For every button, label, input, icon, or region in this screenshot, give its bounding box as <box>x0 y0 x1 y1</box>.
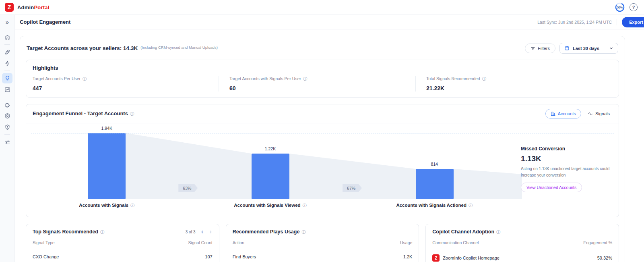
funnel-bar-value: 1.22K <box>252 146 288 151</box>
funnel-top-dashed-line <box>31 133 614 133</box>
chevron-down-icon <box>609 46 613 50</box>
signal-type: CXO Change <box>33 254 59 259</box>
funnel-stage-label: Accounts with Signals <box>50 203 163 208</box>
sidebar-item-security[interactable] <box>2 122 12 132</box>
metric-target-accounts-with-signals: Target Accounts with Signals Per User 60 <box>219 76 415 91</box>
filter-icon <box>530 46 535 51</box>
sidebar-divider <box>4 134 10 135</box>
metric-value: 21.22K <box>426 85 612 91</box>
funnel-stage-label: Accounts with Signals Viewed <box>214 203 326 208</box>
top-signals-card: Top Signals Recommended 3 of 3 Signal Ty… <box>26 224 219 262</box>
progress-ring-label: 50% <box>615 2 625 12</box>
summary-note: (Including CRM-synced and Manual Uploads… <box>140 45 218 50</box>
help-icon[interactable]: ? <box>630 3 638 11</box>
titlebar-divider <box>617 19 617 25</box>
sidebar-item-users[interactable] <box>2 110 12 121</box>
funnel-bar-value: 814 <box>416 162 452 166</box>
engagement-funnel-card: Engagement Funnel - Target Accounts Acco… <box>26 104 619 217</box>
funnel-title: Engagement Funnel - Target Accounts <box>33 110 134 117</box>
metric-label: Total Signals Recommended <box>426 76 612 82</box>
sidebar-item-launch[interactable] <box>2 47 12 57</box>
conversion-badge-2: 67% <box>343 184 362 192</box>
table-header: Action Usage <box>233 240 413 249</box>
highlights-title: Highlights <box>33 65 612 71</box>
overview-row: Target Accounts across your sellers: 14.… <box>26 41 619 54</box>
column-header: Action <box>233 240 244 245</box>
sidebar-divider <box>4 71 10 71</box>
brand-name: AdminPortal <box>17 4 50 10</box>
funnel-bar-2[interactable] <box>252 154 289 199</box>
page-titlebar: Copilot Engagement Last Sync: Jun 2nd 20… <box>15 15 644 29</box>
missed-conversion-panel: Missed Conversion 1.13K Acting on 1.13K … <box>521 146 622 192</box>
sidebar-divider <box>4 97 10 97</box>
funnel-bar-1[interactable] <box>88 133 126 199</box>
brand-portal: Portal <box>34 4 49 10</box>
highlights-card: Highlights Target Accounts Per User 447 … <box>26 60 619 98</box>
funnel-chart: 1.94K 1.22K 814 63% 67% Accounts with Si… <box>26 123 619 217</box>
table-header: Communication Channel Engagement % <box>432 240 612 249</box>
sidebar-item-settings[interactable] <box>2 137 12 147</box>
date-range-value: Last 30 days <box>573 46 599 51</box>
last-sync-label: Last Sync: Jun 2nd 2025, 1:24 PM UTC <box>537 20 612 25</box>
sidebar-item-home[interactable] <box>2 32 12 42</box>
sidebar-expand-icon[interactable]: » <box>6 19 9 26</box>
top-signals-title: Top Signals Recommended <box>33 229 104 235</box>
metric-target-accounts-per-user: Target Accounts Per User 447 <box>33 76 219 91</box>
zoominfo-channel-icon: Z <box>432 254 440 262</box>
column-header: Communication Channel <box>432 240 479 245</box>
puzzle-icon <box>4 102 10 108</box>
channel-name: ZoomInfo Copilot Homepage <box>443 256 500 260</box>
toggle-accounts-button[interactable]: Accounts <box>545 109 581 119</box>
signal-wave-icon <box>588 111 593 116</box>
engagement-percent: 50.32% <box>597 256 612 260</box>
action-name: Find Buyers <box>233 254 256 259</box>
building-icon <box>551 111 555 116</box>
sidebar-item-integrations[interactable] <box>2 99 12 110</box>
engagement-panel: Target Accounts across your sellers: 14.… <box>20 36 625 262</box>
missed-conversion-title: Missed Conversion <box>521 146 622 152</box>
channel-adoption-card: Copilot Channel Adoption Communication C… <box>425 224 619 262</box>
home-icon <box>4 34 10 40</box>
plays-usage-title: Recommended Plays Usage <box>233 229 306 235</box>
sidebar-item-analytics[interactable] <box>2 84 12 95</box>
funnel-view-toggle: Accounts Signals <box>545 109 612 119</box>
toggle-signals-button[interactable]: Signals <box>585 109 612 119</box>
sidebar: » <box>0 15 15 262</box>
summary-value: 14.3K <box>123 45 138 51</box>
table-row[interactable]: CXO Change 107 <box>33 254 213 262</box>
plays-usage-card: Recommended Plays Usage Action Usage Fin… <box>226 224 419 262</box>
table-row[interactable]: Z ZoomInfo Copilot Homepage 50.32% <box>432 254 612 262</box>
sidebar-item-copilot-engagement[interactable] <box>2 73 12 83</box>
metric-label: Target Accounts with Signals Per User <box>229 76 415 82</box>
conversion-badge-1: 63% <box>178 184 198 192</box>
export-button[interactable]: Export <box>622 17 644 27</box>
funnel-bar-3[interactable] <box>416 169 454 199</box>
filters-label: Filters <box>538 46 550 51</box>
funnel-stage-label: Accounts with Signals Actioned <box>378 203 491 208</box>
column-header: Signal Type <box>33 240 55 245</box>
signal-count: 107 <box>205 254 212 259</box>
toggle-signals-label: Signals <box>595 111 610 116</box>
table-row[interactable]: Find Buyers 1.2K <box>233 254 413 262</box>
column-header: Usage <box>400 240 412 245</box>
app-header: Z AdminPortal 50% ? <box>0 0 644 15</box>
usage-progress-ring[interactable]: 50% <box>615 2 625 12</box>
filters-button[interactable]: Filters <box>525 44 555 53</box>
usage-value: 1.2K <box>403 254 413 259</box>
target-accounts-summary: Target Accounts across your sellers: 14.… <box>27 45 138 51</box>
metric-label: Target Accounts Per User <box>33 76 219 82</box>
table-header: Signal Type Signal Count <box>33 240 213 249</box>
lightning-icon <box>4 60 10 67</box>
column-header: Signal Count <box>188 240 213 245</box>
user-circle-icon <box>4 113 10 119</box>
chevron-left-icon[interactable] <box>200 230 204 234</box>
date-range-select[interactable]: Last 30 days <box>559 43 618 54</box>
chevron-right-icon[interactable] <box>209 230 213 234</box>
view-unactioned-accounts-button[interactable]: View Unactioned Accounts <box>521 183 582 192</box>
sidebar-divider <box>4 44 10 45</box>
metric-total-signals-recommended: Total Signals Recommended 21.22K <box>415 76 612 91</box>
page-title: Copilot Engagement <box>20 19 70 25</box>
chart-line-icon <box>4 87 10 93</box>
sidebar-item-activity[interactable] <box>2 58 12 69</box>
pagination-label: 3 of 3 <box>186 230 196 234</box>
